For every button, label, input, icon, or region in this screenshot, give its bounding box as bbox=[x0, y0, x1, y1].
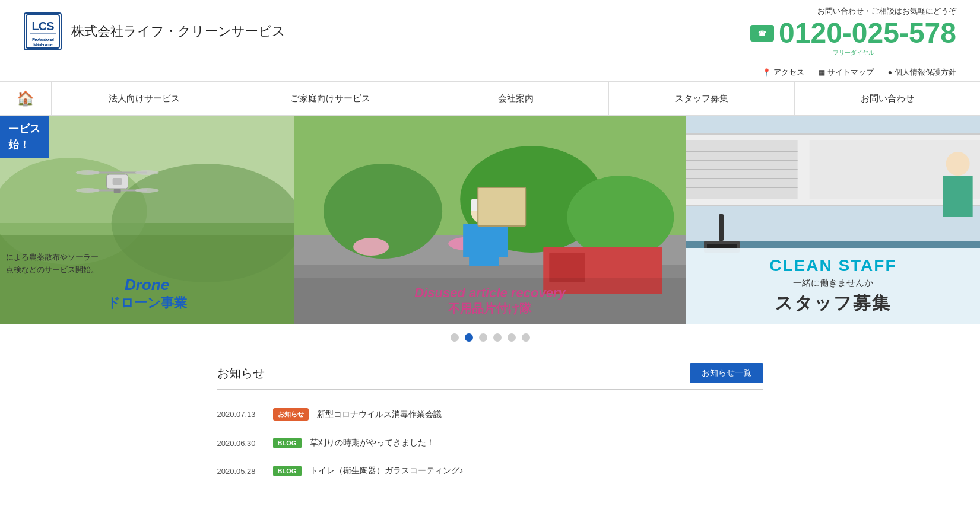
nav-household[interactable]: ご家庭向けサービス bbox=[237, 82, 423, 115]
drone-caption: Drone ドローン事業 bbox=[107, 276, 187, 312]
svg-point-27 bbox=[353, 238, 389, 256]
drone-desc: による農薬散布やソーラー 点検などのサービス開始。 bbox=[6, 251, 99, 276]
news-badge-3: BLOG bbox=[273, 466, 302, 476]
slideshow: ービス 始！ による農薬散布やソーラー 点検などのサービス開始。 Drone ド… bbox=[0, 116, 980, 324]
phone-icon: ☎ bbox=[750, 25, 774, 42]
news-date-1: 2020.07.13 bbox=[217, 410, 265, 419]
dot-2[interactable] bbox=[465, 333, 473, 342]
news-item-1: 2020.07.13 お知らせ 新型コロナウイルス消毒作業会議 bbox=[217, 400, 763, 429]
nav-home[interactable]: 🏠 bbox=[0, 82, 52, 115]
slide-dots bbox=[0, 324, 980, 351]
disused-caption-jpn: 不用品片付け隊 bbox=[294, 301, 686, 317]
news-text-3[interactable]: トイレ（衛生陶器）ガラスコーティング♪ bbox=[310, 466, 464, 476]
company-name: 株式会社ライフ・クリーンサービス bbox=[71, 23, 286, 40]
nav-contact[interactable]: お問い合わせ bbox=[795, 82, 980, 115]
logo-box: LCS Professional Maintenance bbox=[24, 12, 62, 50]
news-date-2: 2020.06.30 bbox=[217, 439, 265, 448]
sub-nav-privacy[interactable]: ● 個人情報保護方針 bbox=[888, 67, 956, 78]
clean-staff-sub: 一緒に働きませんか bbox=[698, 278, 968, 289]
contact-label: お問い合わせ・ご相談はお気軽にどうぞ bbox=[750, 6, 956, 17]
svg-point-14 bbox=[76, 170, 100, 175]
svg-rect-35 bbox=[499, 224, 508, 257]
svg-text:LCS: LCS bbox=[32, 20, 55, 33]
disused-caption: Disused article recovery 不用品片付け隊 bbox=[294, 278, 686, 324]
svg-rect-48 bbox=[719, 214, 724, 241]
nav-staff[interactable]: スタッフ募集 bbox=[609, 82, 795, 115]
nav-about[interactable]: 会社案内 bbox=[423, 82, 609, 115]
dot-5[interactable] bbox=[508, 333, 516, 342]
dot-4[interactable] bbox=[493, 333, 502, 342]
svg-point-26 bbox=[567, 176, 674, 259]
slide-panel-drone[interactable]: ービス 始！ による農薬散布やソーラー 点検などのサービス開始。 Drone ド… bbox=[0, 116, 294, 324]
slide-panel-disused[interactable]: Disused article recovery 不用品片付け隊 bbox=[294, 116, 686, 324]
news-item-3: 2020.05.28 BLOG トイレ（衛生陶器）ガラスコーティング♪ bbox=[217, 457, 763, 485]
sub-nav-access-label: アクセス bbox=[773, 67, 804, 78]
svg-point-16 bbox=[76, 188, 100, 193]
logo-icon: LCS Professional Maintenance bbox=[24, 12, 62, 50]
clean-staff-title: CLEAN STAFF bbox=[698, 256, 968, 275]
slide-panel-staff[interactable]: CLEAN STAFF 一緒に働きませんか スタッフ募集 bbox=[686, 116, 980, 324]
dot-6[interactable] bbox=[522, 333, 530, 342]
drone-caption-jpn: ドローン事業 bbox=[107, 294, 187, 312]
nav-corporate[interactable]: 法人向けサービス bbox=[52, 82, 237, 115]
sitemap-icon: ▦ bbox=[819, 68, 825, 77]
svg-rect-19 bbox=[113, 178, 122, 185]
drone-overlay-badge: ービス 始！ bbox=[0, 116, 49, 158]
svg-text:Maintenance: Maintenance bbox=[33, 43, 53, 47]
news-item-2: 2020.06.30 BLOG 草刈りの時期がやってきました！ bbox=[217, 429, 763, 457]
dot-3[interactable] bbox=[479, 333, 487, 342]
dot-1[interactable] bbox=[451, 333, 459, 342]
svg-text:Professional: Professional bbox=[32, 37, 54, 42]
sub-nav: 📍 アクセス ▦ サイトマップ ● 個人情報保護方針 bbox=[0, 63, 980, 82]
main-nav: 🏠 法人向けサービス ご家庭向けサービス 会社案内 スタッフ募集 お問い合わせ bbox=[0, 82, 980, 116]
clean-staff-jpn: スタッフ募集 bbox=[698, 291, 968, 316]
news-text-2[interactable]: 草刈りの時期がやってきました！ bbox=[310, 438, 435, 448]
news-section: お知らせ お知らせ一覧 2020.07.13 お知らせ 新型コロナウイルス消毒作… bbox=[205, 363, 775, 485]
svg-point-17 bbox=[135, 188, 159, 193]
circle-icon: ● bbox=[888, 68, 892, 77]
header-right: お問い合わせ・ご相談はお気軽にどうぞ ☎ 0120-025-578 フリーダイヤ… bbox=[750, 6, 956, 57]
sub-nav-sitemap-label: サイトマップ bbox=[827, 67, 874, 78]
home-icon: 🏠 bbox=[17, 90, 34, 107]
svg-point-46 bbox=[946, 152, 969, 176]
news-badge-2: BLOG bbox=[273, 438, 302, 448]
svg-rect-47 bbox=[943, 176, 972, 217]
sub-nav-sitemap[interactable]: ▦ サイトマップ bbox=[819, 67, 874, 78]
news-header: お知らせ お知らせ一覧 bbox=[217, 363, 763, 390]
disused-caption-eng: Disused article recovery bbox=[294, 285, 686, 301]
svg-text:☎: ☎ bbox=[758, 30, 766, 37]
phone-number: ☎ 0120-025-578 bbox=[750, 19, 956, 47]
header-left: LCS Professional Maintenance 株式会社ライフ・クリー… bbox=[24, 12, 286, 50]
sub-nav-access[interactable]: 📍 アクセス bbox=[762, 67, 804, 78]
news-badge-1: お知らせ bbox=[273, 408, 309, 421]
news-title: お知らせ bbox=[217, 365, 265, 381]
svg-rect-36 bbox=[478, 187, 525, 226]
sub-nav-privacy-label: 個人情報保護方針 bbox=[895, 67, 956, 78]
clean-staff-banner: CLEAN STAFF 一緒に働きませんか スタッフ募集 bbox=[686, 248, 980, 324]
drone-caption-eng: Drone bbox=[107, 276, 187, 294]
svg-rect-34 bbox=[463, 224, 475, 257]
phone-digits[interactable]: 0120-025-578 bbox=[779, 19, 956, 47]
news-text-1[interactable]: 新型コロナウイルス消毒作業会議 bbox=[317, 409, 442, 420]
svg-rect-20 bbox=[114, 189, 121, 193]
news-date-3: 2020.05.28 bbox=[217, 467, 265, 476]
news-all-button[interactable]: お知らせ一覧 bbox=[690, 363, 763, 383]
phone-free-label: フリーダイヤル bbox=[750, 49, 956, 57]
header: LCS Professional Maintenance 株式会社ライフ・クリー… bbox=[0, 0, 980, 63]
location-icon: 📍 bbox=[762, 68, 771, 77]
svg-point-15 bbox=[135, 170, 159, 175]
